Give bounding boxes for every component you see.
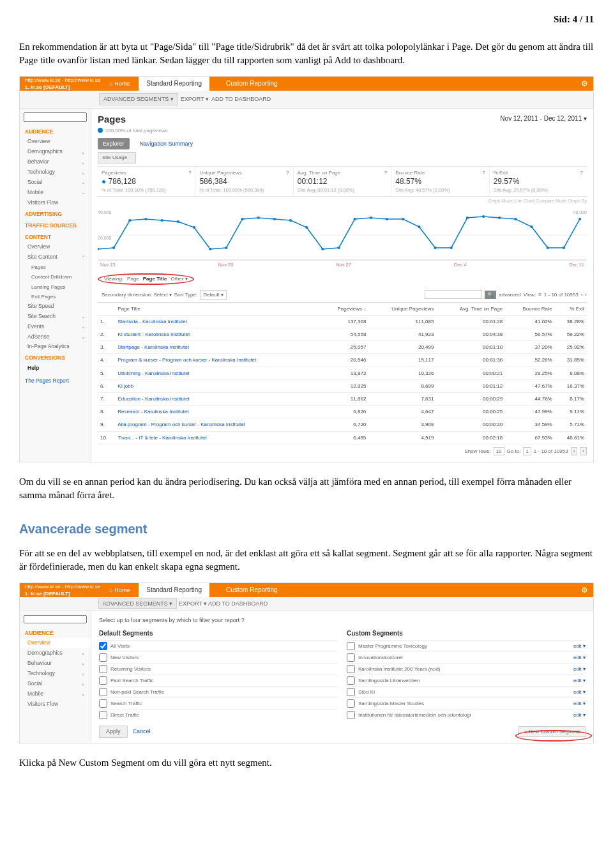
segment-row[interactable]: Samlingssida Lärarwebbenedit ▾ bbox=[347, 674, 586, 686]
sidebar-item-content-drilldown[interactable]: Content Drilldown bbox=[20, 272, 91, 282]
sidebar-audience-header[interactable]: AUDIENCE bbox=[20, 627, 91, 639]
sidebar-item-overview[interactable]: Overview bbox=[20, 137, 91, 147]
metric-pageviews[interactable]: Pageviews?786,128% of Total: 100.00% (78… bbox=[98, 167, 195, 196]
table-row[interactable]: 8.Research - Karolinska Institutet6,8264… bbox=[98, 406, 587, 418]
edit-segment-link[interactable]: edit ▾ bbox=[573, 643, 586, 650]
sidebar-help-link[interactable]: The Pages Report bbox=[20, 374, 91, 386]
info-icon[interactable]: ? bbox=[188, 169, 191, 176]
view-mode-icon[interactable]: ≡ bbox=[538, 291, 541, 298]
segment-row[interactable]: Innovationskontoretedit ▾ bbox=[347, 651, 586, 663]
edit-segment-link[interactable]: edit ▾ bbox=[573, 700, 586, 707]
sidebar-audience-header[interactable]: AUDIENCE bbox=[20, 126, 91, 137]
view-page-title-tab[interactable]: Page Title bbox=[143, 275, 167, 282]
view-page-tab[interactable]: Page bbox=[127, 275, 139, 282]
info-icon[interactable]: ? bbox=[384, 169, 387, 176]
th-unique-pageviews[interactable]: Unique Pageviews bbox=[368, 302, 436, 315]
sidebar-item-technology[interactable]: Technology⌄ bbox=[20, 669, 91, 679]
sidebar-item-demographics[interactable]: Demographics⌄ bbox=[20, 147, 91, 157]
sidebar-item-mobile[interactable]: Mobile⌄ bbox=[20, 188, 91, 198]
metric-bounce-rate[interactable]: Bounce Rate?48.57%Site Avg: 48.57% (0.00… bbox=[391, 167, 489, 196]
sidebar-item-exit-pages[interactable]: Exit Pages bbox=[20, 292, 91, 301]
tab-explorer[interactable]: Explorer bbox=[98, 138, 130, 150]
segment-checkbox[interactable] bbox=[99, 642, 107, 650]
segment-row[interactable]: All Visits bbox=[99, 640, 338, 651]
sidebar-item-mobile[interactable]: Mobile⌄ bbox=[20, 689, 91, 699]
add-to-dashboard-button[interactable]: ADD TO DASHBOARD bbox=[211, 95, 271, 103]
advanced-segments-button[interactable]: ADVANCED SEGMENTS ▾ bbox=[99, 93, 178, 105]
tab-standard-reporting[interactable]: Standard Reporting bbox=[139, 583, 209, 597]
segment-row[interactable]: Returning Visitors bbox=[99, 663, 338, 674]
sidebar-content-header[interactable]: CONTENT bbox=[20, 231, 91, 243]
table-row[interactable]: 3.Startpage - Karolinska Institutet25,05… bbox=[98, 341, 587, 354]
sidebar-item-site-search[interactable]: Site Search⌄ bbox=[20, 312, 91, 322]
prev-page-button[interactable]: ‹ bbox=[581, 291, 583, 298]
table-row[interactable]: 6.KI jobb12,8258,69900:01:1247.67%16.37% bbox=[98, 379, 587, 392]
edit-segment-link[interactable]: edit ▾ bbox=[573, 666, 586, 673]
info-icon[interactable]: ? bbox=[241, 617, 245, 623]
table-row[interactable]: 9.Alla program - Program och kurser - Ka… bbox=[98, 418, 587, 431]
sidebar-search-input[interactable] bbox=[24, 615, 87, 623]
sidebar-item-visitors-flow[interactable]: Visitors Flow bbox=[20, 699, 91, 710]
segment-row[interactable]: Institutionen för laboratoriemedicin och… bbox=[347, 709, 586, 720]
segment-checkbox[interactable] bbox=[347, 653, 355, 662]
table-row[interactable]: 10.Tivan... - IT & tele - Karolinska Ins… bbox=[98, 431, 587, 444]
segment-row[interactable]: Karolinska Institutet 200 Years (nod)edi… bbox=[347, 663, 586, 674]
tab-custom-reporting[interactable]: Custom Reporting bbox=[218, 77, 285, 91]
edit-segment-link[interactable]: edit ▾ bbox=[573, 689, 586, 696]
advanced-filter-link[interactable]: advanced bbox=[499, 291, 521, 298]
next-page-button[interactable]: › bbox=[580, 447, 587, 455]
search-icon[interactable]: 🔍 bbox=[485, 291, 496, 299]
segment-checkbox[interactable] bbox=[99, 699, 107, 708]
segment-checkbox[interactable] bbox=[347, 642, 355, 650]
new-custom-segment-button[interactable]: + New Custom Segment bbox=[518, 726, 586, 737]
sidebar-item-site-content[interactable]: Site Content⌃ bbox=[20, 252, 91, 263]
segment-checkbox[interactable] bbox=[347, 699, 355, 708]
gear-icon[interactable]: ⚙ bbox=[581, 585, 588, 596]
segment-checkbox[interactable] bbox=[347, 676, 355, 685]
table-row[interactable]: 5.Utbildning - Karolinska Institutet13,8… bbox=[98, 367, 587, 379]
sidebar-item-social[interactable]: Social⌄ bbox=[20, 679, 91, 689]
segment-row[interactable]: Stöd KIedit ▾ bbox=[347, 686, 586, 697]
edit-segment-link[interactable]: edit ▾ bbox=[573, 712, 586, 719]
segment-row[interactable]: Search Traffic bbox=[99, 697, 338, 709]
prev-page-button[interactable]: ‹ bbox=[571, 447, 578, 455]
segment-checkbox[interactable] bbox=[99, 688, 107, 696]
sidebar-item-inpage-analytics[interactable]: In-Page Analytics bbox=[20, 342, 91, 352]
table-row[interactable]: 4.Program & kurser - Program och kurser … bbox=[98, 354, 587, 367]
segment-row[interactable]: Samlingssida Master Studiesedit ▾ bbox=[347, 697, 586, 709]
cancel-link[interactable]: Cancel bbox=[133, 727, 151, 736]
sidebar-item-landing-pages[interactable]: Landing Pages bbox=[20, 282, 91, 292]
sidebar-item-technology[interactable]: Technology⌄ bbox=[20, 167, 91, 178]
segment-row[interactable]: Master Programme Toxicologyedit ▾ bbox=[347, 640, 586, 651]
sidebar-traffic-header[interactable]: TRAFFIC SOURCES bbox=[20, 220, 91, 231]
sort-type-select[interactable]: Default ▾ bbox=[200, 290, 227, 300]
th-bounce[interactable]: Bounce Rate bbox=[505, 302, 555, 315]
view-other-tab[interactable]: Other ▾ bbox=[170, 275, 187, 282]
segment-row[interactable]: Direct Traffic bbox=[99, 709, 338, 720]
filter-search-input[interactable] bbox=[425, 290, 482, 299]
th-page-title[interactable]: Page Title bbox=[115, 302, 320, 315]
next-page-button[interactable]: › bbox=[585, 291, 587, 298]
info-icon[interactable]: ? bbox=[286, 169, 289, 176]
sidebar-item-content-overview[interactable]: Overview bbox=[20, 242, 91, 252]
date-range-picker[interactable]: Nov 12, 2011 - Dec 12, 2011 ▾ bbox=[500, 114, 587, 123]
export-button[interactable]: EXPORT ▾ bbox=[181, 95, 209, 103]
advanced-segments-button[interactable]: ADVANCED SEGMENTS ▾ bbox=[98, 598, 178, 609]
metric-avg-time[interactable]: Avg. Time on Page?00:01:12Site Avg: 00:0… bbox=[294, 167, 391, 196]
segment-checkbox[interactable] bbox=[99, 665, 107, 673]
sidebar-item-behavior[interactable]: Behavior⌄ bbox=[20, 157, 91, 167]
info-icon[interactable]: ? bbox=[482, 169, 485, 176]
show-rows-select[interactable]: 10 bbox=[494, 447, 504, 455]
th-pageviews[interactable]: Pageviews ↓ bbox=[321, 302, 369, 315]
sidebar-item-social[interactable]: Social⌄ bbox=[20, 178, 91, 188]
segment-row[interactable]: New Visitors bbox=[99, 651, 338, 663]
site-usage-tab[interactable]: Site Usage bbox=[98, 152, 136, 163]
segment-checkbox[interactable] bbox=[99, 676, 107, 685]
table-row[interactable]: 2.KI student - Karolinska Institutet54,5… bbox=[98, 328, 587, 341]
metric-exit[interactable]: % Exit?29.57%Site Avg: 29.57% (0.00%) bbox=[490, 167, 587, 196]
segment-row[interactable]: Paid Search Traffic bbox=[99, 674, 338, 686]
secondary-dimension-select[interactable]: Secondary dimension: Select ▾ bbox=[102, 291, 172, 298]
sidebar-item-adsense[interactable]: AdSense⌄ bbox=[20, 332, 91, 342]
segment-checkbox[interactable] bbox=[347, 665, 355, 673]
tab-navigation-summary[interactable]: Navigation Summary bbox=[135, 138, 199, 150]
